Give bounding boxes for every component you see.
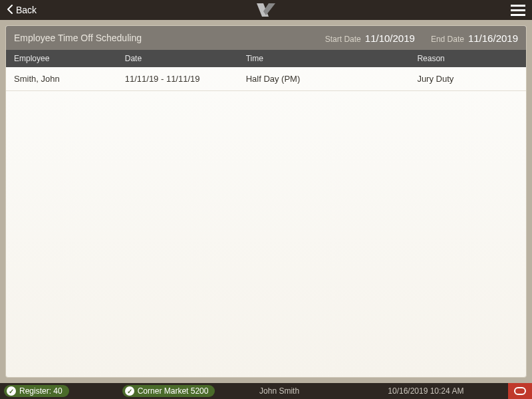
back-label: Back <box>16 5 37 15</box>
status-bar: ✓ Register: 40 ✓ Corner Market 5200 John… <box>0 383 532 399</box>
cell-date: 11/11/19 - 11/11/19 <box>125 74 246 84</box>
table-header-row: Employee Date Time Reason <box>6 50 526 67</box>
start-date-value: 11/10/2019 <box>365 33 415 44</box>
col-header-reason: Reason <box>417 54 518 63</box>
col-header-time: Time <box>246 54 418 63</box>
date-range: Start Date 11/10/2019 End Date 11/16/201… <box>325 33 518 44</box>
status-datetime: 10/16/2019 10:24 AM <box>388 386 464 396</box>
app-logo-icon <box>257 3 275 17</box>
col-header-date: Date <box>125 54 246 63</box>
end-date-label: End Date <box>431 35 464 44</box>
check-icon: ✓ <box>7 386 16 396</box>
panel: Employee Time Off Scheduling Start Date … <box>5 25 527 378</box>
cell-employee: Smith, John <box>14 74 125 84</box>
register-status-pill[interactable]: ✓ Register: 40 <box>4 385 69 397</box>
cell-time: Half Day (PM) <box>246 74 418 84</box>
content-area: Employee Time Off Scheduling Start Date … <box>0 20 532 383</box>
back-button[interactable]: Back <box>0 0 43 20</box>
col-header-employee: Employee <box>14 54 125 63</box>
check-icon: ✓ <box>125 386 134 396</box>
panel-title: Employee Time Off Scheduling <box>14 33 320 43</box>
cell-reason: Jury Duty <box>417 74 518 84</box>
table-row[interactable]: Smith, John11/11/19 - 11/11/19Half Day (… <box>6 67 526 91</box>
store-status-label: Corner Market 5200 <box>138 386 209 396</box>
panel-header: Employee Time Off Scheduling Start Date … <box>6 26 526 50</box>
start-date-label: Start Date <box>325 35 361 44</box>
status-user: John Smith <box>259 386 299 396</box>
oracle-o-icon <box>514 387 526 395</box>
menu-button[interactable] <box>504 5 532 16</box>
status-center: John Smith 10/16/2019 10:24 AM <box>215 386 508 396</box>
end-date-value: 11/16/2019 <box>468 33 518 44</box>
store-status-pill[interactable]: ✓ Corner Market 5200 <box>122 385 215 397</box>
svg-rect-0 <box>515 388 525 394</box>
register-status-label: Register: 40 <box>19 386 63 396</box>
chevron-left-icon <box>7 5 13 16</box>
end-date: End Date 11/16/2019 <box>431 33 518 44</box>
start-date: Start Date 11/10/2019 <box>325 33 415 44</box>
brand-indicator[interactable] <box>508 383 532 399</box>
table-body: Smith, John11/11/19 - 11/11/19Half Day (… <box>6 67 526 377</box>
top-bar: Back <box>0 0 532 20</box>
